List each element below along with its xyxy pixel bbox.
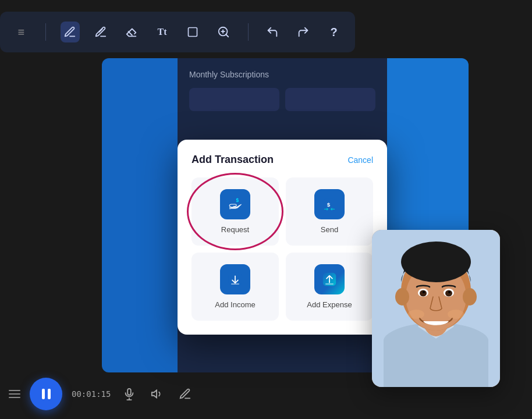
svg-rect-10: [231, 283, 239, 285]
microphone-button[interactable]: [120, 385, 139, 403]
toolbar-divider-1: [45, 23, 46, 41]
svg-point-17: [401, 242, 471, 282]
timer-display: 00:01:15: [72, 389, 111, 399]
pause-bar-1: [42, 389, 45, 399]
request-label: Request: [221, 225, 249, 234]
svg-rect-1: [189, 28, 197, 37]
hamburger-menu-icon[interactable]: ≡: [12, 22, 31, 42]
redo-tool-icon[interactable]: [293, 22, 313, 42]
pause-bar-2: [48, 389, 51, 399]
placeholder-btn-2: [285, 88, 375, 111]
volume-button[interactable]: [148, 385, 166, 403]
svg-point-26: [408, 310, 424, 319]
avatar-overlay: [372, 230, 500, 387]
modal-title: Add Transaction: [191, 154, 274, 166]
menu-line-3: [9, 397, 20, 398]
add-transaction-modal: Add Transaction Cancel $ Request: [178, 140, 387, 335]
annotate-button[interactable]: [176, 385, 194, 403]
modal-header: Add Transaction Cancel: [191, 154, 373, 166]
toolbar-divider-2: [248, 23, 249, 41]
request-card[interactable]: $ Request: [191, 177, 279, 246]
send-label: Send: [321, 225, 338, 234]
add-income-card[interactable]: Add Income: [191, 253, 279, 321]
send-card[interactable]: $ Send: [286, 177, 373, 246]
shape-tool-icon[interactable]: [183, 22, 203, 42]
transaction-options-grid: $ Request $: [191, 177, 373, 321]
svg-rect-28: [128, 389, 132, 395]
add-expense-icon: [314, 264, 345, 294]
svg-point-23: [445, 290, 452, 297]
eraser-tool-icon[interactable]: [122, 22, 141, 42]
text-tool-icon[interactable]: Tt: [152, 22, 172, 42]
undo-tool-icon[interactable]: [263, 22, 282, 42]
svg-line-3: [226, 34, 228, 37]
pen-tool-icon[interactable]: [61, 22, 80, 42]
add-income-icon: [220, 264, 250, 294]
section-header: Monthly Subscriptions: [178, 58, 387, 88]
help-tool-icon[interactable]: ?: [324, 22, 343, 42]
svg-text:$: $: [236, 197, 239, 203]
svg-point-19: [463, 288, 477, 306]
add-income-label: Add Income: [215, 300, 255, 309]
section-label: Monthly Subscriptions: [189, 70, 269, 79]
request-icon: $: [220, 189, 250, 219]
menu-line-1: [9, 390, 20, 391]
cancel-button[interactable]: Cancel: [347, 155, 373, 165]
send-icon: $: [314, 189, 345, 219]
svg-point-18: [395, 288, 409, 306]
add-expense-label: Add Expense: [307, 300, 352, 309]
svg-marker-31: [152, 390, 157, 398]
svg-point-22: [420, 290, 427, 297]
highlighter-tool-icon[interactable]: [91, 22, 111, 42]
zoom-tool-icon[interactable]: [214, 22, 233, 42]
bottom-bar: 00:01:15: [0, 378, 532, 410]
sidebar-toggle-button[interactable]: [9, 388, 20, 400]
placeholder-btn-1: [189, 88, 279, 111]
svg-rect-12: [325, 283, 334, 285]
toolbar: ≡ Tt ?: [0, 12, 355, 52]
svg-point-25: [448, 291, 451, 293]
pause-icon: [42, 389, 51, 399]
menu-line-2: [9, 393, 20, 395]
pause-button[interactable]: [30, 378, 62, 410]
svg-point-27: [448, 310, 464, 319]
svg-text:$: $: [327, 201, 331, 208]
blue-left-panel: [102, 58, 178, 372]
add-expense-card[interactable]: Add Expense: [286, 253, 373, 321]
app-buttons-row: [178, 88, 387, 111]
svg-point-24: [423, 291, 425, 293]
